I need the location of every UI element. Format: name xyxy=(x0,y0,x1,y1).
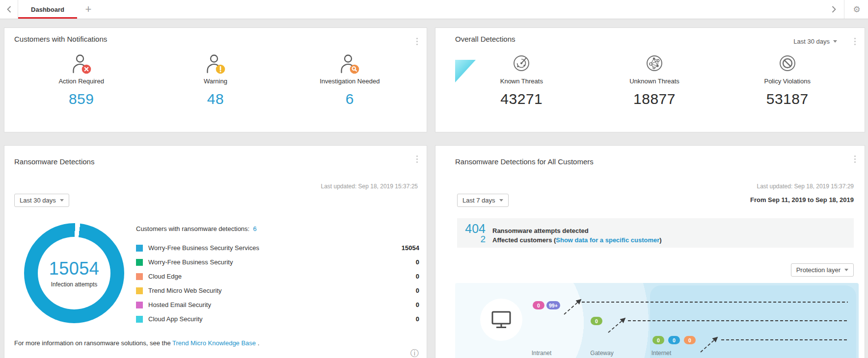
stat-label: Action Required xyxy=(58,77,104,85)
ransomware-donut-chart: 15054 Infection attempts xyxy=(24,223,124,323)
active-tab-underline xyxy=(18,17,77,19)
legend-label: Cloud App Security xyxy=(148,315,203,323)
legend-row: Hosted Email Security 0 xyxy=(136,298,419,312)
stat-label: Warning xyxy=(204,77,227,85)
radar-icon xyxy=(510,52,533,75)
zone-label-internet: Internet xyxy=(642,350,681,357)
stat-label: Policy Violations xyxy=(764,77,810,85)
scroll-tabs-left-button[interactable] xyxy=(0,0,18,19)
legend-value: 0 xyxy=(416,315,419,323)
card-title: Ransomware Detections for All Customers xyxy=(435,146,865,166)
donut-center: 15054 Infection attempts xyxy=(24,223,124,323)
add-tab-button[interactable]: + xyxy=(77,0,100,19)
legend-swatch xyxy=(136,245,143,252)
time-range-value: Last 30 days xyxy=(20,197,56,204)
ransomware-summary: 404 Ransomware attempts detected 2 Affec… xyxy=(457,218,854,248)
card-title: Ransomware Detections xyxy=(4,146,427,166)
card-ransomware-all-customers: Ransomware Detections for All Customers … xyxy=(435,145,865,358)
settings-button[interactable]: ⚙ xyxy=(845,0,868,19)
info-icon[interactable]: ⓘ xyxy=(410,348,419,358)
legend-swatch xyxy=(136,302,143,308)
internet-badge-1[interactable]: 0 xyxy=(652,336,664,344)
card-title: Customers with Notifications xyxy=(14,35,417,43)
stat-value[interactable]: 43271 xyxy=(500,91,542,107)
last-updated-text: Last updated: Sep 18, 2019 15:37:29 xyxy=(757,183,854,190)
tab-bar-divider xyxy=(844,0,844,19)
stat-warning[interactable]: Warning 48 xyxy=(148,54,282,107)
time-range-dropdown[interactable]: Last 30 days xyxy=(793,38,837,45)
legend-swatch xyxy=(136,259,143,266)
time-range-dropdown[interactable]: Last 30 days xyxy=(14,194,69,207)
time-range-dropdown[interactable]: Last 7 days xyxy=(457,194,509,207)
stat-label: Investigation Needed xyxy=(320,77,380,85)
legend-row: Worry-Free Business Security Services 15… xyxy=(136,241,419,255)
more-options-button[interactable] xyxy=(853,154,857,164)
legend-swatch xyxy=(136,316,143,323)
gear-icon: ⚙ xyxy=(853,4,860,14)
internet-badge-2[interactable]: 0 xyxy=(668,336,680,344)
tab-bar-spacer xyxy=(100,0,825,19)
internet-badge-3[interactable]: 0 xyxy=(684,336,696,344)
infection-attempts-value: 15054 xyxy=(49,258,100,279)
more-options-button[interactable] xyxy=(853,37,857,46)
footer-suffix: . xyxy=(256,339,259,347)
stat-value[interactable]: 48 xyxy=(207,91,224,107)
chevron-right-icon xyxy=(832,6,836,13)
intranet-endpoint xyxy=(480,299,522,341)
legend-row: Cloud Edge 0 xyxy=(136,269,419,283)
chevron-down-icon xyxy=(844,269,848,271)
stat-unknown-threats[interactable]: Unknown Threats 18877 xyxy=(588,52,721,107)
time-range-value: Last 30 days xyxy=(793,38,830,45)
legend-label: Hosted Email Security xyxy=(148,301,211,308)
customers-count-link[interactable]: 6 xyxy=(253,225,256,232)
stat-policy-violations[interactable]: Policy Violations 53187 xyxy=(721,52,854,107)
customers-with-detections-line: Customers with ransomware detections: 6 xyxy=(136,225,257,232)
protection-layer-dropdown[interactable]: Protection layer xyxy=(791,263,854,277)
attempts-row: 404 Ransomware attempts detected xyxy=(457,222,854,234)
affected-row: 2 Affected customers (Show data for a sp… xyxy=(457,234,854,246)
donut-legend: Worry-Free Business Security Services 15… xyxy=(136,241,419,326)
legend-swatch xyxy=(136,273,143,280)
exclamation-icon xyxy=(219,67,221,72)
date-range-text: From Sep 11, 2019 to Sep 18, 2019 xyxy=(750,196,854,204)
card-overall-detections: Overall Detections Last 30 days xyxy=(435,27,865,132)
last-updated-text: Last updated: Sep 18, 2019 15:37:25 xyxy=(321,183,418,190)
monitor-icon xyxy=(490,310,512,330)
gateway-badge[interactable]: 0 xyxy=(591,317,602,325)
scroll-tabs-right-button[interactable] xyxy=(825,0,843,19)
stat-action-required[interactable]: Action Required 859 xyxy=(14,54,148,107)
prohibited-icon xyxy=(776,52,799,75)
attempts-label: Ransomware attempts detected xyxy=(492,227,589,234)
affected-value: 2 xyxy=(457,234,486,245)
intranet-badge-2[interactable]: 99+ xyxy=(546,301,560,309)
investigation-badge xyxy=(350,65,359,74)
stat-value[interactable]: 859 xyxy=(69,91,94,107)
stat-value[interactable]: 6 xyxy=(346,91,354,107)
person-warning-icon xyxy=(204,54,227,75)
show-customer-data-link[interactable]: Show data for a specific customer xyxy=(556,236,659,244)
chevron-down-icon xyxy=(60,199,64,202)
tab-dashboard[interactable]: Dashboard xyxy=(18,0,77,19)
more-options-button[interactable] xyxy=(415,37,419,46)
more-options-button[interactable] xyxy=(415,154,419,164)
protection-zones-diagram: 0 99+ 0 0 0 0 Intranet Gateway Internet xyxy=(455,283,859,358)
stat-investigation-needed[interactable]: Investigation Needed 6 xyxy=(283,54,417,107)
stat-label: Unknown Threats xyxy=(629,77,679,85)
chevron-down-icon xyxy=(499,199,503,202)
intranet-badge-1[interactable]: 0 xyxy=(533,301,544,309)
legend-label: Worry-Free Business Security xyxy=(148,258,233,266)
person-investigation-icon xyxy=(338,54,361,75)
legend-label: Trend Micro Web Security xyxy=(148,287,222,294)
stat-value[interactable]: 18877 xyxy=(633,91,676,107)
notification-stats: Action Required 859 Warning xyxy=(14,54,417,107)
knowledge-base-note: For more information on ransomware solut… xyxy=(14,339,259,347)
legend-label: Worry-Free Business Security Services xyxy=(148,244,259,252)
legend-value: 0 xyxy=(416,273,419,280)
protection-layer-value: Protection layer xyxy=(796,266,841,274)
knowledge-base-link[interactable]: Trend Micro Knowledge Base xyxy=(172,339,256,347)
stat-label: Known Threats xyxy=(500,77,543,85)
plus-icon: + xyxy=(85,3,92,16)
stat-value[interactable]: 53187 xyxy=(766,91,809,107)
legend-value: 15054 xyxy=(402,244,419,252)
network-graph-icon xyxy=(643,52,666,75)
